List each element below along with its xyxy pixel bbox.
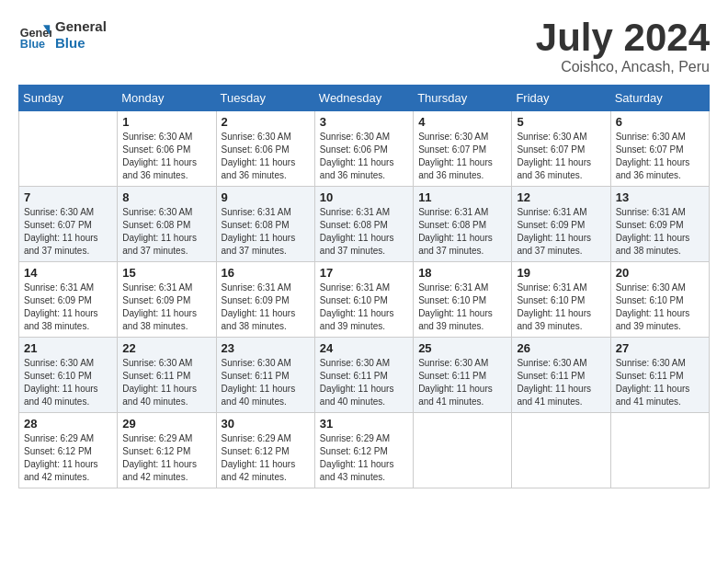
day-info: Sunrise: 6:30 AMSunset: 6:08 PMDaylight:… xyxy=(122,206,210,258)
day-info: Sunrise: 6:30 AMSunset: 6:11 PMDaylight:… xyxy=(222,357,310,408)
calendar-week-row: 7Sunrise: 6:30 AMSunset: 6:07 PMDaylight… xyxy=(19,187,710,262)
day-info: Sunrise: 6:30 AMSunset: 6:07 PMDaylight:… xyxy=(418,131,506,182)
day-number: 17 xyxy=(320,266,408,280)
day-number: 27 xyxy=(616,341,704,355)
day-number: 23 xyxy=(222,341,310,355)
calendar-cell: 8Sunrise: 6:30 AMSunset: 6:08 PMDaylight… xyxy=(118,187,216,262)
day-info: Sunrise: 6:30 AMSunset: 6:07 PMDaylight:… xyxy=(616,131,704,182)
logo-general-text: General xyxy=(55,18,107,35)
calendar-cell: 23Sunrise: 6:30 AMSunset: 6:11 PMDayligh… xyxy=(216,338,314,413)
day-number: 8 xyxy=(122,190,210,204)
day-number: 13 xyxy=(616,190,704,204)
day-number: 9 xyxy=(222,190,310,204)
day-number: 11 xyxy=(418,190,506,204)
day-number: 22 xyxy=(122,341,210,355)
day-info: Sunrise: 6:30 AMSunset: 6:10 PMDaylight:… xyxy=(24,357,112,408)
day-info: Sunrise: 6:31 AMSunset: 6:09 PMDaylight:… xyxy=(616,206,704,258)
calendar-cell: 20Sunrise: 6:30 AMSunset: 6:10 PMDayligh… xyxy=(610,262,709,338)
weekday-header-row: SundayMondayTuesdayWednesdayThursdayFrid… xyxy=(19,86,710,111)
calendar-cell: 12Sunrise: 6:31 AMSunset: 6:09 PMDayligh… xyxy=(512,187,610,262)
day-number: 14 xyxy=(24,266,112,280)
month-title: July 2024 xyxy=(536,18,710,57)
day-number: 24 xyxy=(320,341,408,355)
calendar-cell: 15Sunrise: 6:31 AMSunset: 6:09 PMDayligh… xyxy=(118,262,216,338)
page-header: General Blue General Blue July 2024 Cois… xyxy=(18,18,710,75)
day-number: 25 xyxy=(418,341,506,355)
calendar-cell: 28Sunrise: 6:29 AMSunset: 6:12 PMDayligh… xyxy=(19,413,118,488)
calendar-cell: 29Sunrise: 6:29 AMSunset: 6:12 PMDayligh… xyxy=(118,413,216,488)
calendar-week-row: 1Sunrise: 6:30 AMSunset: 6:06 PMDaylight… xyxy=(19,111,710,187)
day-info: Sunrise: 6:31 AMSunset: 6:10 PMDaylight:… xyxy=(418,282,506,333)
title-block: July 2024 Coishco, Ancash, Peru xyxy=(536,18,710,75)
day-info: Sunrise: 6:30 AMSunset: 6:11 PMDaylight:… xyxy=(320,357,408,408)
day-info: Sunrise: 6:29 AMSunset: 6:12 PMDaylight:… xyxy=(24,432,112,484)
day-number: 21 xyxy=(24,341,112,355)
day-info: Sunrise: 6:30 AMSunset: 6:11 PMDaylight:… xyxy=(517,357,605,408)
day-number: 31 xyxy=(320,417,408,431)
calendar-cell: 19Sunrise: 6:31 AMSunset: 6:10 PMDayligh… xyxy=(512,262,610,338)
calendar-cell: 16Sunrise: 6:31 AMSunset: 6:09 PMDayligh… xyxy=(216,262,314,338)
logo-icon: General Blue xyxy=(18,18,51,52)
calendar-week-row: 14Sunrise: 6:31 AMSunset: 6:09 PMDayligh… xyxy=(19,262,710,338)
day-number: 30 xyxy=(222,417,310,431)
day-info: Sunrise: 6:31 AMSunset: 6:10 PMDaylight:… xyxy=(517,282,605,333)
calendar-cell: 22Sunrise: 6:30 AMSunset: 6:11 PMDayligh… xyxy=(118,338,216,413)
calendar-cell: 11Sunrise: 6:31 AMSunset: 6:08 PMDayligh… xyxy=(414,187,512,262)
day-info: Sunrise: 6:30 AMSunset: 6:06 PMDaylight:… xyxy=(222,131,310,182)
day-info: Sunrise: 6:31 AMSunset: 6:09 PMDaylight:… xyxy=(24,282,112,333)
day-number: 20 xyxy=(616,266,704,280)
day-info: Sunrise: 6:29 AMSunset: 6:12 PMDaylight:… xyxy=(122,432,210,484)
day-info: Sunrise: 6:29 AMSunset: 6:12 PMDaylight:… xyxy=(320,432,408,484)
calendar-cell: 30Sunrise: 6:29 AMSunset: 6:12 PMDayligh… xyxy=(216,413,314,488)
day-number: 10 xyxy=(320,190,408,204)
day-info: Sunrise: 6:31 AMSunset: 6:08 PMDaylight:… xyxy=(222,206,310,258)
weekday-header-tuesday: Tuesday xyxy=(216,86,314,111)
logo: General Blue General Blue xyxy=(18,18,107,52)
calendar-cell: 31Sunrise: 6:29 AMSunset: 6:12 PMDayligh… xyxy=(314,413,413,488)
calendar-cell: 9Sunrise: 6:31 AMSunset: 6:08 PMDaylight… xyxy=(216,187,314,262)
svg-text:Blue: Blue xyxy=(20,38,45,51)
day-info: Sunrise: 6:30 AMSunset: 6:07 PMDaylight:… xyxy=(24,206,112,258)
calendar-cell: 14Sunrise: 6:31 AMSunset: 6:09 PMDayligh… xyxy=(19,262,118,338)
day-number: 4 xyxy=(418,115,506,129)
calendar-cell: 10Sunrise: 6:31 AMSunset: 6:08 PMDayligh… xyxy=(314,187,413,262)
weekday-header-monday: Monday xyxy=(118,86,216,111)
day-number: 19 xyxy=(517,266,605,280)
calendar-cell xyxy=(610,413,709,488)
location: Coishco, Ancash, Peru xyxy=(536,59,710,75)
day-info: Sunrise: 6:29 AMSunset: 6:12 PMDaylight:… xyxy=(222,432,310,484)
calendar-cell: 17Sunrise: 6:31 AMSunset: 6:10 PMDayligh… xyxy=(314,262,413,338)
calendar-cell: 4Sunrise: 6:30 AMSunset: 6:07 PMDaylight… xyxy=(414,111,512,187)
day-info: Sunrise: 6:30 AMSunset: 6:07 PMDaylight:… xyxy=(517,131,605,182)
day-info: Sunrise: 6:30 AMSunset: 6:11 PMDaylight:… xyxy=(122,357,210,408)
calendar-cell: 6Sunrise: 6:30 AMSunset: 6:07 PMDaylight… xyxy=(610,111,709,187)
calendar-cell: 25Sunrise: 6:30 AMSunset: 6:11 PMDayligh… xyxy=(414,338,512,413)
logo-blue-text: Blue xyxy=(55,35,107,52)
day-info: Sunrise: 6:31 AMSunset: 6:09 PMDaylight:… xyxy=(222,282,310,333)
calendar-cell: 26Sunrise: 6:30 AMSunset: 6:11 PMDayligh… xyxy=(512,338,610,413)
calendar-cell: 21Sunrise: 6:30 AMSunset: 6:10 PMDayligh… xyxy=(19,338,118,413)
day-info: Sunrise: 6:31 AMSunset: 6:08 PMDaylight:… xyxy=(418,206,506,258)
day-info: Sunrise: 6:30 AMSunset: 6:11 PMDaylight:… xyxy=(616,357,704,408)
calendar-cell xyxy=(512,413,610,488)
day-number: 12 xyxy=(517,190,605,204)
calendar-cell: 2Sunrise: 6:30 AMSunset: 6:06 PMDaylight… xyxy=(216,111,314,187)
calendar-cell: 24Sunrise: 6:30 AMSunset: 6:11 PMDayligh… xyxy=(314,338,413,413)
day-number: 28 xyxy=(24,417,112,431)
weekday-header-sunday: Sunday xyxy=(19,86,118,111)
calendar-cell: 27Sunrise: 6:30 AMSunset: 6:11 PMDayligh… xyxy=(610,338,709,413)
day-info: Sunrise: 6:30 AMSunset: 6:11 PMDaylight:… xyxy=(418,357,506,408)
weekday-header-saturday: Saturday xyxy=(610,86,709,111)
day-number: 6 xyxy=(616,115,704,129)
calendar-table: SundayMondayTuesdayWednesdayThursdayFrid… xyxy=(18,85,710,488)
day-info: Sunrise: 6:31 AMSunset: 6:08 PMDaylight:… xyxy=(320,206,408,258)
day-number: 15 xyxy=(122,266,210,280)
calendar-week-row: 28Sunrise: 6:29 AMSunset: 6:12 PMDayligh… xyxy=(19,413,710,488)
calendar-cell xyxy=(19,111,118,187)
calendar-cell: 7Sunrise: 6:30 AMSunset: 6:07 PMDaylight… xyxy=(19,187,118,262)
day-number: 2 xyxy=(222,115,310,129)
day-number: 3 xyxy=(320,115,408,129)
day-number: 1 xyxy=(122,115,210,129)
calendar-cell: 13Sunrise: 6:31 AMSunset: 6:09 PMDayligh… xyxy=(610,187,709,262)
day-number: 26 xyxy=(517,341,605,355)
